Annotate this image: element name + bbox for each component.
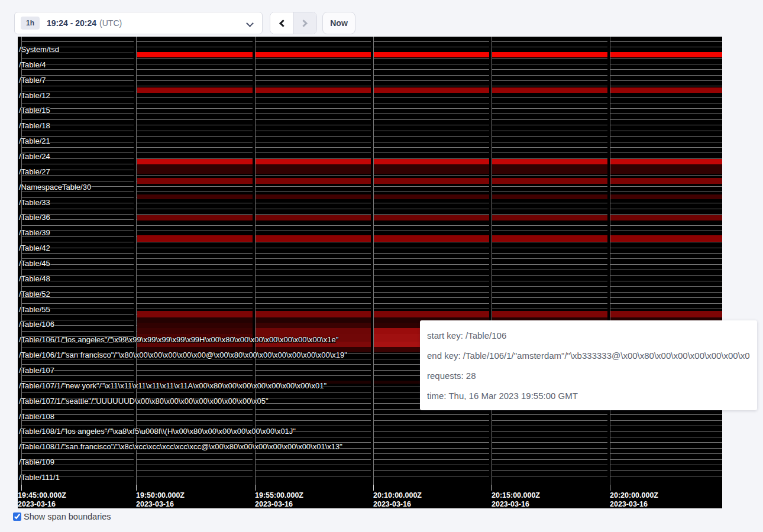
heat-band <box>255 323 373 328</box>
heat-band <box>255 328 373 334</box>
axis-tick <box>610 485 610 491</box>
row-label: /Table/106 <box>19 320 54 329</box>
time-range-duration-badge: 1h <box>21 17 40 30</box>
heat-band <box>137 311 722 317</box>
heat-band <box>137 178 722 184</box>
row-label: /Table/33 <box>19 198 50 207</box>
axis-tick <box>492 485 492 491</box>
column-grid-line <box>373 37 374 485</box>
row-label: /Table/107/1/"seattle"/"UUUUUUD\x00\x80\… <box>19 397 269 406</box>
axis-time-label: 19:45:00.000Z2023-03-16 <box>18 491 66 509</box>
axis-tick <box>255 485 256 491</box>
axis-time-label: 19:55:00.000Z2023-03-16 <box>255 491 303 509</box>
column-grid-line <box>255 37 256 485</box>
row-label: /Table/15 <box>19 106 50 115</box>
row-label: /Table/107 <box>19 366 54 375</box>
row-label: /Table/106/1/"san francisco"/"\x80\x00\x… <box>19 351 347 359</box>
column-grid-line <box>492 37 492 485</box>
row-label: /Table/7 <box>19 76 46 85</box>
row-label: /Table/106/1/"los angeles"/"\x99\x99\x99… <box>19 335 338 344</box>
row-label: /Table/108 <box>19 412 54 421</box>
row-label: /Table/12 <box>19 91 50 100</box>
axis-date-label: 2023-03-16 <box>136 500 185 509</box>
row-label: /Table/109 <box>19 458 54 466</box>
heat-band <box>137 194 722 199</box>
row-label: /Table/107/1/"new york"/"\x11\x11\x11\x1… <box>19 381 326 390</box>
next-time-button[interactable] <box>293 12 316 34</box>
axis-time-label: 20:15:00.000Z2023-03-16 <box>492 491 540 509</box>
axis-date-label: 2023-03-16 <box>18 500 66 509</box>
heat-band <box>137 215 722 220</box>
axis-time-label: 20:10:00.000Z2023-03-16 <box>373 491 422 509</box>
chevron-right-icon <box>300 20 308 27</box>
chevron-left-icon <box>279 20 287 27</box>
row-label: /Table/4 <box>19 60 46 69</box>
heat-band <box>137 235 722 242</box>
axis-date-label: 2023-03-16 <box>610 500 658 509</box>
heat-band <box>137 164 722 174</box>
heat-band <box>137 52 722 57</box>
row-label: /Table/21 <box>19 137 50 145</box>
show-span-boundaries-checkbox[interactable] <box>13 512 21 521</box>
axis-date-label: 2023-03-16 <box>373 500 422 509</box>
row-label: /NamespaceTable/30 <box>19 183 91 192</box>
row-label: /System/tsd <box>19 45 59 54</box>
time-range-timezone: (UTC) <box>99 18 122 28</box>
chevron-down-icon <box>246 20 254 27</box>
axis-tick <box>136 485 137 491</box>
column-grid-line <box>610 37 610 485</box>
axis-tick <box>373 485 374 491</box>
tooltip-end-key: end key: /Table/106/1/"amsterdam"/"\xb33… <box>427 346 750 366</box>
tooltip-start-key: start key: /Table/106 <box>427 326 750 346</box>
row-label: /Table/52 <box>19 290 50 299</box>
row-label: /Table/18 <box>19 121 50 130</box>
tooltip-time: time: Thu, 16 Mar 2023 19:55:00 GMT <box>427 386 750 406</box>
show-span-boundaries-label: Show span boundaries <box>24 512 111 521</box>
row-label: /Table/48 <box>19 274 50 283</box>
time-range-select[interactable]: 1h 19:24 - 20:24 (UTC) <box>14 12 263 34</box>
time-nav-button-group <box>270 12 317 34</box>
now-button[interactable]: Now <box>322 12 355 34</box>
time-range-text: 19:24 - 20:24 <box>47 18 96 28</box>
row-label: /Table/27 <box>19 167 50 176</box>
axis-time-label: 20:20:00.000Z2023-03-16 <box>610 491 658 509</box>
row-label: /Table/108/1/"san francisco"/"\x8c\xcc\x… <box>19 442 342 451</box>
row-label: /Table/108/1/"los angeles"/"\xa8\xf5\u00… <box>19 427 296 436</box>
axis-date-label: 2023-03-16 <box>492 500 540 509</box>
column-grid-line <box>136 37 137 485</box>
row-label: /Table/39 <box>19 228 50 237</box>
span-tooltip: start key: /Table/106 end key: /Table/10… <box>420 320 757 410</box>
heat-band <box>137 323 255 328</box>
prev-time-button[interactable] <box>270 12 293 34</box>
row-label: /Table/45 <box>19 259 50 268</box>
heat-band <box>137 87 722 93</box>
row-label: /Table/55 <box>19 305 50 314</box>
row-label: /Table/111/1 <box>19 473 60 482</box>
axis-date-label: 2023-03-16 <box>255 500 303 509</box>
row-label: /Table/24 <box>19 152 50 161</box>
key-visualizer-page: 1h 19:24 - 20:24 (UTC) Now /System/tsd/T… <box>0 0 763 532</box>
footer: Show span boundaries <box>13 512 111 521</box>
key-visualizer-canvas[interactable]: /System/tsd/Table/4/Table/7/Table/12/Tab… <box>18 37 722 508</box>
heat-band <box>137 159 722 164</box>
heat-band <box>137 328 255 334</box>
row-label: /Table/36 <box>19 213 50 222</box>
row-label: /Table/42 <box>19 244 50 252</box>
tooltip-requests: requests: 28 <box>427 366 750 386</box>
axis-tick <box>21 485 22 491</box>
axis-time-label: 19:50:00.000Z2023-03-16 <box>136 491 185 509</box>
